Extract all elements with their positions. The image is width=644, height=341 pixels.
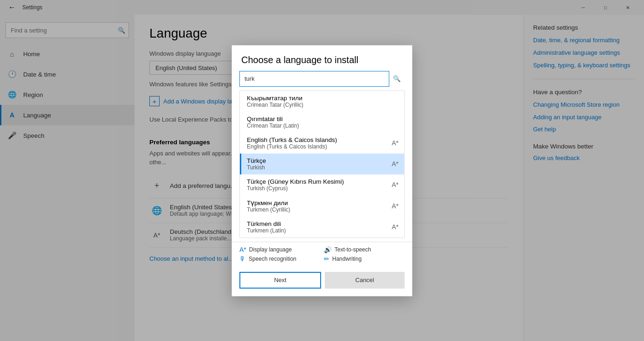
lang-list-item-5[interactable]: Түркмен дилиTurkmen (Cyrillic)A*	[240, 195, 404, 217]
capabilities-section: A*Display language🔊Text-to-speech🎙Speech…	[232, 242, 412, 268]
capability-item-0: A*Display language	[239, 246, 320, 253]
lang-native-5: Түркмен дили	[247, 199, 290, 206]
lang-native-6: Türkmen dili	[247, 220, 286, 227]
lang-list-item-3[interactable]: TürkçeTurkishA*	[240, 154, 404, 174]
lang-list-item-1[interactable]: Qırımtatar tiliCrimean Tatar (Latin)	[240, 112, 404, 133]
lang-font-icon-5: A*	[392, 202, 399, 210]
capability-icon-2: 🎙	[239, 255, 246, 263]
lang-english-2: English (Turks & Caicos Islands)	[247, 143, 337, 150]
lang-english-4: Turkish (Cyprus)	[247, 185, 344, 192]
modal-overlay: Choose a language to install 🔍 Къырымтат…	[0, 0, 644, 341]
choose-language-modal: Choose a language to install 🔍 Къырымтат…	[232, 45, 412, 296]
capability-label-3: Handwriting	[332, 256, 361, 262]
lang-english-1: Crimean Tatar (Latin)	[247, 122, 299, 129]
capability-item-1: 🔊Text-to-speech	[324, 246, 405, 253]
capability-item-3: ✏Handwriting	[324, 255, 405, 263]
search-icon: 🔍	[393, 75, 401, 82]
lang-english-6: Turkmen (Latin)	[247, 227, 286, 234]
lang-font-icon-2: A*	[392, 139, 399, 147]
lang-native-1: Qırımtatar tili	[247, 116, 299, 122]
language-search-input[interactable]	[239, 71, 405, 87]
lang-list-item-4[interactable]: Türkçe (Güney Kıbrıs Rum Kesimi)Turkish …	[240, 174, 404, 195]
lang-native-4: Türkçe (Güney Kıbrıs Rum Kesimi)	[247, 178, 344, 185]
capability-label-2: Speech recognition	[249, 256, 296, 262]
capability-icon-0: A*	[239, 246, 246, 253]
lang-font-icon-6: A*	[392, 223, 399, 231]
capability-label-0: Display language	[249, 246, 292, 253]
capability-item-2: 🎙Speech recognition	[239, 255, 320, 263]
capability-label-1: Text-to-speech	[335, 246, 371, 253]
capabilities-grid: A*Display language🔊Text-to-speech🎙Speech…	[239, 246, 405, 263]
lang-english-0: Crimean Tatar (Cyrillic)	[247, 102, 303, 108]
lang-list-item-0[interactable]: Къырымтатар тилиCrimean Tatar (Cyrillic)	[240, 91, 404, 112]
modal-search: 🔍	[239, 71, 405, 87]
lang-native-0: Къырымтатар тили	[247, 95, 303, 102]
modal-buttons: Next Cancel	[232, 268, 412, 296]
lang-native-2: English (Turks & Caicos Islands)	[247, 136, 337, 143]
lang-english-3: Turkish	[247, 164, 266, 171]
lang-english-5: Turkmen (Cyrillic)	[247, 206, 290, 213]
next-button[interactable]: Next	[239, 272, 321, 289]
cancel-button[interactable]: Cancel	[325, 272, 405, 289]
language-search-button[interactable]: 🔍	[389, 71, 405, 87]
capability-icon-3: ✏	[324, 255, 329, 263]
capability-icon-1: 🔊	[324, 246, 332, 253]
lang-native-3: Türkçe	[247, 157, 266, 164]
lang-list-item-6[interactable]: Türkmen diliTurkmen (Latin)A*	[240, 217, 404, 238]
lang-list-item-2[interactable]: English (Turks & Caicos Islands)English …	[240, 133, 404, 154]
modal-title: Choose a language to install	[232, 45, 412, 71]
lang-font-icon-4: A*	[392, 181, 399, 188]
lang-font-icon-3: A*	[392, 160, 399, 167]
language-list: Къырымтатар тилиCrimean Tatar (Cyrillic)…	[239, 90, 405, 238]
